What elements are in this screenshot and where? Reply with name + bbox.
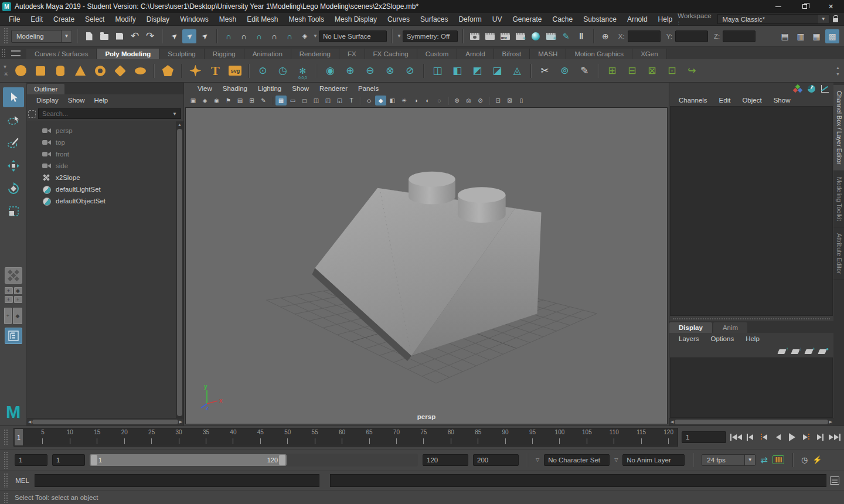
outliner-menu-item[interactable]: Display [32, 97, 63, 104]
scroll-down-icon[interactable]: ▼ [836, 72, 840, 76]
search-field[interactable]: ▼ [38, 108, 181, 119]
create-layer-from-selected-button[interactable]: ● [819, 348, 828, 354]
camera-lock-button[interactable]: ◈ [199, 96, 210, 105]
ambient-occlusion-button[interactable]: ◐ [422, 96, 433, 105]
shelf-tab[interactable]: Curves / Surfaces [26, 49, 97, 59]
viewport-canvas[interactable]: y x z persp [185, 107, 668, 424]
poly-disc-button[interactable] [130, 61, 150, 81]
outliner-item[interactable]: defaultObjectSet [42, 195, 176, 207]
menu-item[interactable]: Edit [25, 14, 48, 25]
undo-button[interactable] [128, 29, 142, 43]
channel-box-area[interactable] [670, 106, 833, 316]
safe-title-button[interactable]: T [346, 96, 357, 105]
layer-editor-tab[interactable]: Anim [713, 322, 747, 333]
sidebar-vertical-tab[interactable]: Attribute Editor [833, 227, 844, 280]
outliner-item[interactable]: persp [42, 125, 176, 137]
menu-item[interactable]: Mesh Tools [284, 14, 329, 25]
platonic-solid-button[interactable] [158, 61, 178, 81]
image-plane-button[interactable]: ▤ [234, 96, 246, 105]
poly-sphere-button[interactable] [11, 61, 30, 81]
snap-to-point-button[interactable] [252, 29, 266, 43]
reset-transform-button[interactable]: ◷ [273, 61, 292, 81]
multisample-button[interactable]: ⊛ [451, 96, 462, 105]
grid-toggle-button[interactable]: ▦ [275, 96, 287, 105]
snap-to-curve-button[interactable] [237, 29, 251, 43]
poly-cone-button[interactable] [70, 61, 90, 81]
isolate-select-button[interactable]: ◎ [463, 96, 474, 105]
combine-button[interactable]: ⊕ [340, 61, 360, 81]
y-coordinate-field[interactable] [675, 30, 708, 42]
command-input[interactable] [35, 474, 319, 487]
range-start-handle[interactable] [91, 455, 97, 465]
render-last-button[interactable] [468, 29, 482, 43]
play-forwards-button[interactable] [786, 431, 798, 444]
snap-to-grid-button[interactable] [222, 29, 236, 43]
step-back-frame-button[interactable] [744, 431, 756, 444]
sidebar-vertical-tab[interactable]: Channel Box / Layer Editor [833, 85, 844, 171]
close-button[interactable] [818, 0, 844, 13]
lock-workspace-icon[interactable] [833, 18, 838, 22]
redo-button[interactable] [143, 29, 157, 43]
step-forward-key-button[interactable] [800, 431, 812, 444]
menu-item[interactable]: Create [48, 14, 80, 25]
chevron-down-icon[interactable]: ▼ [172, 111, 177, 117]
smooth-button[interactable]: ◉ [320, 61, 340, 81]
super-shape-button[interactable] [185, 61, 205, 81]
poly-cube-button[interactable] [30, 61, 50, 81]
poly-plane-button[interactable] [110, 61, 130, 81]
profiler-graph-icon[interactable] [821, 85, 829, 93]
cache-gauge-icon[interactable] [808, 85, 815, 93]
channel-box-menu-item[interactable]: Object [736, 97, 767, 104]
display-triad-icon[interactable] [794, 85, 802, 92]
menu-item[interactable]: Substance [578, 14, 622, 25]
open-scene-button[interactable] [97, 29, 111, 43]
chevron-down-icon[interactable]: ▼ [313, 33, 318, 39]
channel-box-toggle[interactable]: ▦ [809, 29, 823, 43]
outliner-horizontal-scrollbar[interactable]: ◀ ▶ [27, 418, 183, 425]
minimize-button[interactable] [765, 0, 791, 13]
menu-item[interactable]: Mesh [214, 14, 241, 25]
mirror-cut-button[interactable]: ◧ [447, 61, 467, 81]
layer-editor-tab[interactable]: Display [669, 322, 712, 333]
ipr-render-button[interactable] [498, 29, 512, 43]
hypershade-button[interactable] [529, 29, 543, 43]
layer-editor-menu-item[interactable]: Layers [673, 335, 705, 342]
channel-box-menu-item[interactable]: Channels [673, 97, 713, 104]
move-tool-button[interactable] [3, 156, 24, 176]
shelf-tab[interactable]: XGen [632, 49, 666, 59]
scrollbar-thumb[interactable] [32, 420, 178, 424]
go-to-start-button[interactable] [730, 431, 742, 444]
textured-button[interactable]: ◧ [387, 96, 398, 105]
filter-icon[interactable] [28, 110, 36, 118]
step-back-key-button[interactable] [758, 431, 770, 444]
chevron-down-icon[interactable] [818, 15, 829, 23]
outliner-vertical-scrollbar[interactable]: ▲ [176, 121, 183, 418]
menu-item[interactable]: Edit Mesh [241, 14, 283, 25]
scroll-right-icon[interactable]: ▶ [829, 420, 832, 424]
viewport-menu-item[interactable]: Show [287, 85, 314, 92]
film-gate-button[interactable]: ▭ [287, 96, 298, 105]
viewport-menu-item[interactable]: Panels [353, 85, 384, 92]
shelf-tab[interactable]: Rigging [205, 49, 244, 59]
copy-view-button[interactable]: ⊠ [504, 96, 515, 105]
shelf-menu-icon[interactable] [11, 50, 21, 56]
edge-flow-button[interactable]: ⊟ [622, 61, 642, 81]
restore-button[interactable] [791, 0, 818, 13]
spin-edge-forward-button[interactable]: ⊡ [662, 61, 682, 81]
layer-editor-menu-item[interactable]: Options [705, 335, 740, 342]
chevron-down-icon[interactable]: ▽ [536, 457, 539, 462]
outliner-menu-item[interactable]: Show [63, 97, 90, 104]
render-current-frame-button[interactable] [483, 29, 497, 43]
lego-slope-mesh[interactable] [312, 172, 541, 361]
shelf-tab[interactable]: FX [339, 49, 365, 59]
chevron-down-icon[interactable]: ▼ [397, 33, 401, 39]
select-tool-button[interactable] [3, 87, 24, 107]
playblast-icon[interactable] [772, 455, 784, 464]
cached-playback-icon[interactable] [801, 455, 808, 464]
menu-item[interactable]: Arnold [622, 14, 653, 25]
anim-layer-field[interactable] [622, 454, 685, 466]
outliner-tab[interactable]: Outliner [27, 84, 64, 94]
script-editor-icon[interactable] [830, 476, 839, 485]
z-coordinate-field[interactable] [723, 30, 755, 42]
step-forward-frame-button[interactable] [814, 431, 826, 444]
